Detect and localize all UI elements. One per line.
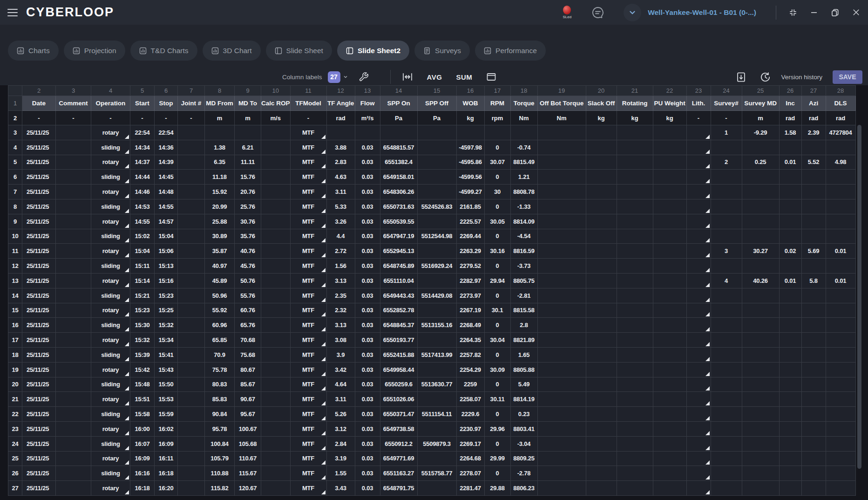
cell-slack-off[interactable] (586, 466, 617, 481)
cell-tf-angle[interactable]: 2.35 (326, 288, 355, 303)
cell-wob[interactable]: 2264.68 (456, 451, 484, 466)
cell-survey[interactable] (711, 362, 742, 377)
column-number-2[interactable]: 2 (22, 86, 56, 96)
cell-wob[interactable]: 2230.97 (456, 421, 484, 436)
dropdown-corner-icon[interactable] (125, 431, 129, 435)
dropdown-corner-icon[interactable] (321, 253, 326, 257)
cell-survey-md[interactable] (742, 140, 779, 155)
cell-stop[interactable]: 16:11 (155, 451, 178, 466)
cell-azi[interactable] (801, 466, 826, 481)
cell-comment[interactable] (56, 377, 91, 392)
dropdown-corner-icon[interactable] (705, 490, 710, 494)
unit-cell-md-to[interactable]: m (235, 111, 261, 125)
cell-stop[interactable]: 16:02 (155, 421, 178, 436)
cell-survey[interactable] (711, 466, 742, 481)
cell-tfmodel[interactable]: MTF (290, 273, 326, 288)
cell-off-bot-torque[interactable] (537, 288, 586, 303)
dropdown-corner-icon[interactable] (321, 431, 326, 435)
cell-tf-angle[interactable]: 3.13 (326, 273, 355, 288)
cell-spp-on[interactable]: 6552852.78 (380, 303, 417, 318)
cell-torque[interactable]: 2.8 (510, 318, 537, 333)
cell-flow[interactable]: 0.03 (355, 436, 380, 451)
cell-inc[interactable] (779, 229, 801, 244)
cell-tfmodel[interactable]: MTF (290, 303, 326, 318)
cell-spp-on[interactable]: 6549158.01 (380, 170, 417, 185)
cell-wob[interactable]: -4599.56 (456, 170, 484, 185)
cell-tf-angle[interactable]: 3.12 (326, 421, 355, 436)
cell-dls[interactable] (826, 199, 855, 214)
cell-slack-off[interactable] (586, 318, 617, 333)
cell-rotating[interactable] (617, 288, 653, 303)
column-number-24[interactable]: 24 (711, 86, 742, 96)
cell-slack-off[interactable] (586, 125, 617, 140)
cell-inc[interactable] (779, 407, 801, 422)
cell-wob[interactable]: -4599.27 (456, 185, 484, 199)
restore-window-button[interactable] (830, 8, 840, 17)
cell-flow[interactable] (355, 125, 380, 140)
cell-survey-md[interactable] (742, 421, 779, 436)
cell-stop[interactable]: 15:06 (155, 244, 178, 259)
cell-operation[interactable]: sliding (91, 318, 130, 333)
cell-azi[interactable] (801, 214, 826, 229)
dropdown-corner-icon[interactable] (125, 209, 129, 213)
dropdown-corner-icon[interactable] (321, 224, 326, 228)
cell-md-to[interactable]: 70.68 (235, 333, 261, 348)
cell-tf-angle[interactable]: 3.11 (326, 392, 355, 407)
cell-calc-rop[interactable] (261, 392, 291, 407)
cell-rotating[interactable] (617, 259, 653, 274)
cell-survey[interactable] (711, 407, 742, 422)
cell-dls[interactable] (826, 259, 855, 274)
dropdown-corner-icon[interactable] (321, 490, 326, 494)
cell-spp-on[interactable]: 6548791.75 (380, 481, 417, 496)
cell-pu-weight[interactable] (653, 407, 686, 422)
dropdown-corner-icon[interactable] (125, 238, 129, 242)
column-header-inc[interactable]: Inc (779, 96, 801, 111)
cell-spp-on[interactable]: 6548815.57 (380, 140, 417, 155)
cell-wob[interactable]: 2161.85 (456, 199, 484, 214)
cell-spp-on[interactable]: 6549958.44 (380, 362, 417, 377)
dropdown-corner-icon[interactable] (125, 194, 129, 198)
unit-cell-lith[interactable]: - (686, 111, 711, 125)
cell-spp-on[interactable]: 6548745.89 (380, 259, 417, 274)
cell-calc-rop[interactable] (261, 259, 291, 274)
dropdown-corner-icon[interactable] (321, 312, 326, 316)
cell-azi[interactable] (801, 392, 826, 407)
cell-pu-weight[interactable] (653, 318, 686, 333)
cell-tf-angle[interactable]: 2.83 (326, 155, 355, 170)
cell-md-from[interactable]: 80.83 (205, 377, 235, 392)
cell-rpm[interactable]: 0 (484, 170, 510, 185)
cell-comment[interactable] (56, 451, 91, 466)
cell-date[interactable]: 25/11/25 (22, 214, 56, 229)
cell-md-to[interactable]: 40.76 (235, 244, 261, 259)
cell-start[interactable]: 16:18 (130, 481, 155, 496)
dropdown-corner-icon[interactable] (125, 372, 129, 376)
cell-survey[interactable] (711, 377, 742, 392)
column-header-rpm[interactable]: RPM (484, 96, 510, 111)
cell-start[interactable]: 15:32 (130, 333, 155, 348)
cell-joint[interactable] (178, 362, 205, 377)
unit-cell-comment[interactable]: - (56, 111, 91, 125)
column-number-17[interactable]: 17 (484, 86, 510, 96)
cell-operation[interactable]: rotary (91, 185, 130, 199)
cell-pu-weight[interactable] (653, 214, 686, 229)
column-header-slack-off[interactable]: Slack Off (586, 96, 617, 111)
cell-spp-on[interactable]: 6550912.2 (380, 436, 417, 451)
cell-md-from[interactable]: 75.78 (205, 362, 235, 377)
cell-rpm[interactable]: 30.11 (484, 392, 510, 407)
column-number-5[interactable]: 5 (130, 86, 155, 96)
cell-survey-md[interactable]: 30.27 (742, 244, 779, 259)
cell-rpm[interactable]: 0 (484, 259, 510, 274)
column-header-spp-on[interactable]: SPP On (380, 96, 417, 111)
cell-inc[interactable] (779, 392, 801, 407)
cell-wob[interactable]: -4595.86 (456, 155, 484, 170)
cell-tfmodel[interactable]: MTF (290, 407, 326, 422)
cell-start[interactable]: 16:09 (130, 451, 155, 466)
cell-off-bot-torque[interactable] (537, 259, 586, 274)
cell-comment[interactable] (56, 362, 91, 377)
cell-flow[interactable]: 0.03 (355, 288, 380, 303)
cell-rpm[interactable]: 0 (484, 318, 510, 333)
cell-wob[interactable]: 2278.07 (456, 466, 484, 481)
cell-calc-rop[interactable] (261, 436, 291, 451)
cell-azi[interactable] (801, 185, 826, 199)
cell-md-from[interactable]: 11.18 (205, 170, 235, 185)
